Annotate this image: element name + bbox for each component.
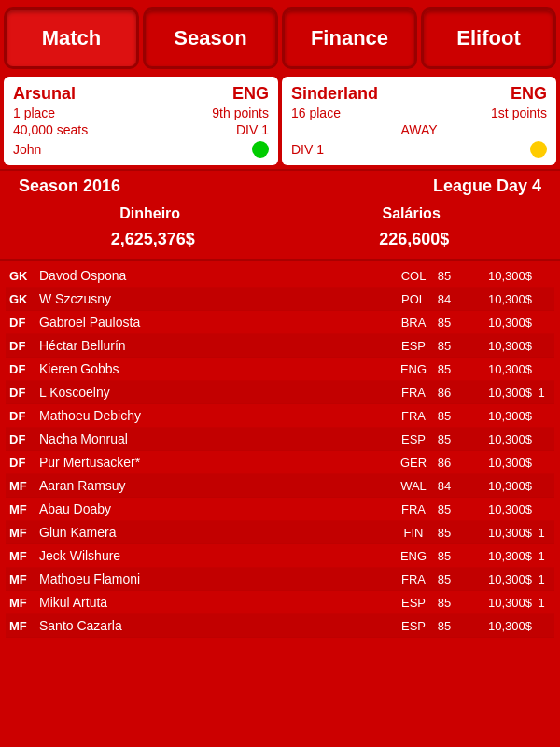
- player-salary: 10,300$: [457, 619, 532, 633]
- player-row[interactable]: DF Pur Mertusacker* GER 86 10,300$: [6, 451, 554, 474]
- player-salary: 10,300$: [457, 479, 532, 493]
- home-points: 9th points: [212, 106, 269, 120]
- player-name: Héctar Bellurín: [39, 338, 396, 353]
- player-nat: POL: [396, 292, 431, 306]
- player-rating: 85: [431, 596, 457, 610]
- away-team-country: ENG: [511, 84, 547, 104]
- player-row[interactable]: DF Mathoeu Debichy FRA 85 10,300$: [6, 404, 554, 428]
- player-row[interactable]: MF Glun Kamera FIN 85 10,300$ 1: [6, 521, 554, 544]
- player-row[interactable]: GK Davod Ospona COL 85 10,300$: [6, 264, 554, 288]
- player-rating: 85: [431, 432, 457, 446]
- player-pos: DF: [9, 362, 39, 376]
- player-row[interactable]: MF Jeck Wilshure ENG 85 10,300$ 1: [6, 544, 554, 568]
- player-nat: FRA: [396, 572, 431, 586]
- away-location: AWAY: [400, 122, 437, 137]
- player-pos: DF: [9, 386, 39, 400]
- player-name: Kieren Gobbs: [39, 361, 396, 376]
- player-name: L Koscoelny: [39, 385, 396, 400]
- player-name: Gabroel Paulosta: [39, 315, 396, 330]
- tab-match[interactable]: Match: [4, 7, 139, 69]
- player-name: Davod Ospona: [39, 268, 396, 283]
- player-name: Abau Doaby: [39, 501, 396, 516]
- player-salary: 10,300$: [457, 386, 532, 400]
- player-rating: 85: [431, 572, 457, 586]
- player-salary: 10,300$: [457, 572, 532, 586]
- player-salary: 10,300$: [457, 362, 532, 376]
- tab-finance[interactable]: Finance: [282, 7, 417, 69]
- away-team-card: Sinderland ENG 16 place 1st points AWAY …: [282, 77, 556, 165]
- home-division: DIV 1: [236, 122, 269, 137]
- season-bar: Season 2016 League Day 4: [0, 169, 560, 202]
- player-row[interactable]: MF Mikul Artuta ESP 85 10,300$ 1: [6, 591, 554, 614]
- player-pos: MF: [9, 619, 39, 633]
- player-rating: 85: [431, 526, 457, 540]
- home-status-dot: [252, 141, 269, 158]
- player-name: Aaran Ramsuy: [39, 478, 396, 493]
- player-name: Santo Cazarla: [39, 618, 396, 633]
- player-rating: 85: [431, 409, 457, 423]
- player-rating: 84: [431, 479, 457, 493]
- player-salary: 10,300$: [457, 316, 532, 330]
- player-row[interactable]: MF Mathoeu Flamoni FRA 85 10,300$ 1: [6, 568, 554, 591]
- player-pos: GK: [9, 292, 39, 306]
- player-row[interactable]: GK W Szczusny POL 84 10,300$: [6, 288, 554, 311]
- divider: [0, 259, 560, 261]
- player-pos: DF: [9, 316, 39, 330]
- season-label: Season 2016: [19, 176, 120, 196]
- player-flag: 1: [532, 572, 551, 586]
- player-rating: 86: [431, 386, 457, 400]
- home-place: 1 place: [13, 106, 55, 120]
- salarios-value: 226,600$: [379, 230, 449, 249]
- dinheiro-label: Dinheiro: [119, 205, 180, 222]
- player-nat: ESP: [396, 339, 431, 353]
- player-name: Glun Kamera: [39, 525, 396, 540]
- league-day-label: League Day 4: [433, 176, 541, 196]
- player-salary: 10,300$: [457, 409, 532, 423]
- player-salary: 10,300$: [457, 269, 532, 283]
- player-row[interactable]: MF Abau Doaby FRA 85 10,300$: [6, 498, 554, 521]
- player-flag: 1: [532, 386, 551, 400]
- player-salary: 10,300$: [457, 432, 532, 446]
- tab-elifoot[interactable]: Elifoot: [421, 7, 556, 69]
- home-manager: John: [13, 142, 41, 157]
- player-row[interactable]: DF L Koscoelny FRA 86 10,300$ 1: [6, 381, 554, 404]
- home-seats: 40,000 seats: [13, 122, 88, 137]
- player-row[interactable]: MF Santo Cazarla ESP 85 10,300$: [6, 614, 554, 638]
- player-rating: 85: [431, 549, 457, 563]
- player-rating: 85: [431, 339, 457, 353]
- player-row[interactable]: DF Gabroel Paulosta BRA 85 10,300$: [6, 311, 554, 334]
- player-pos: DF: [9, 409, 39, 423]
- home-team-country: ENG: [232, 84, 269, 104]
- player-row[interactable]: DF Nacha Monrual ESP 85 10,300$: [6, 428, 554, 451]
- player-rating: 85: [431, 316, 457, 330]
- player-nat: FRA: [396, 409, 431, 423]
- away-points: 1st points: [491, 106, 547, 120]
- nav-tabs: Match Season Finance Elifoot: [0, 0, 560, 77]
- player-pos: MF: [9, 572, 39, 586]
- player-pos: MF: [9, 549, 39, 563]
- player-flag: 1: [532, 596, 551, 610]
- player-row[interactable]: MF Aaran Ramsuy WAL 84 10,300$: [6, 474, 554, 498]
- player-list: GK Davod Ospona COL 85 10,300$ GK W Szcz…: [0, 264, 560, 638]
- player-nat: FRA: [396, 502, 431, 516]
- player-salary: 10,300$: [457, 526, 532, 540]
- player-nat: GER: [396, 456, 431, 470]
- player-rating: 85: [431, 269, 457, 283]
- player-nat: ENG: [396, 549, 431, 563]
- salarios-label: Salários: [383, 205, 441, 222]
- player-nat: ENG: [396, 362, 431, 376]
- player-salary: 10,300$: [457, 502, 532, 516]
- tab-season[interactable]: Season: [143, 7, 278, 69]
- player-pos: MF: [9, 596, 39, 610]
- player-row[interactable]: DF Héctar Bellurín ESP 85 10,300$: [6, 334, 554, 358]
- finance-headers: Dinheiro Salários: [0, 202, 560, 226]
- player-name: Pur Mertusacker*: [39, 455, 396, 470]
- player-row[interactable]: DF Kieren Gobbs ENG 85 10,300$: [6, 358, 554, 381]
- dinheiro-value: 2,625,376$: [111, 230, 195, 249]
- away-team-name: Sinderland: [291, 84, 378, 103]
- player-nat: ESP: [396, 619, 431, 633]
- away-status-dot: [530, 141, 547, 158]
- player-pos: MF: [9, 526, 39, 540]
- home-team-name: Arsunal: [13, 84, 76, 103]
- player-salary: 10,300$: [457, 456, 532, 470]
